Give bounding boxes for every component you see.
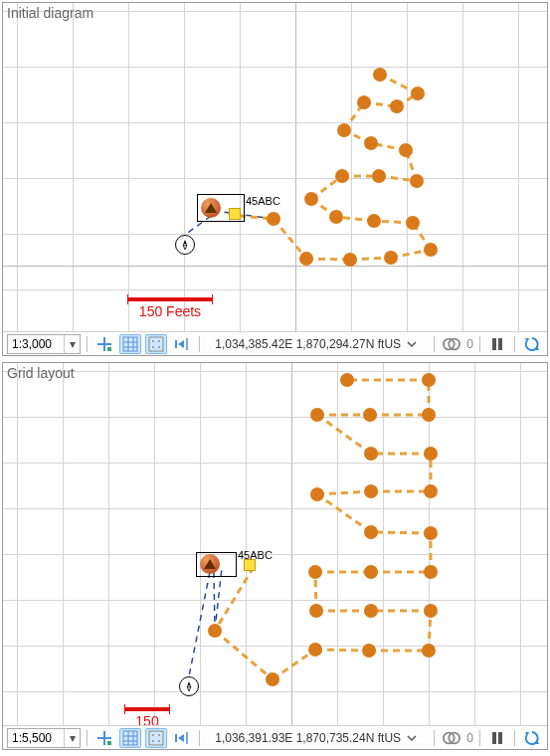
- chevron-down-icon[interactable]: ▾: [64, 729, 80, 747]
- coords-menu-button[interactable]: [405, 731, 419, 745]
- dynamic-constraints-button[interactable]: [119, 728, 141, 748]
- compass-icon[interactable]: [179, 676, 199, 696]
- separator: [479, 730, 480, 746]
- network-node[interactable]: [335, 169, 349, 183]
- network-node[interactable]: [364, 565, 378, 579]
- network-node[interactable]: [364, 136, 378, 150]
- scale-input[interactable]: [8, 336, 64, 352]
- grid-button[interactable]: [145, 728, 167, 748]
- network-node[interactable]: [411, 87, 425, 100]
- svg-point-74: [158, 740, 160, 742]
- grid-button[interactable]: [145, 334, 167, 354]
- network-node[interactable]: [340, 373, 354, 387]
- svg-line-40: [215, 631, 273, 679]
- chevron-down-icon[interactable]: ▾: [64, 335, 80, 353]
- svg-rect-21: [123, 337, 137, 351]
- network-node[interactable]: [373, 68, 387, 82]
- network-node[interactable]: [406, 216, 420, 230]
- network-node[interactable]: [208, 624, 222, 638]
- network-node[interactable]: [422, 373, 436, 387]
- network-node[interactable]: [399, 143, 413, 157]
- network-node[interactable]: [337, 123, 351, 137]
- network-node[interactable]: [424, 447, 438, 461]
- selection-count-icon[interactable]: [441, 728, 462, 748]
- dynamic-constraints-button[interactable]: [119, 334, 141, 354]
- feature-label: 45ABC: [246, 195, 280, 207]
- network-node[interactable]: [384, 251, 398, 265]
- separator: [479, 336, 480, 352]
- status-bar: ▾1,034,385.42E 1,870,294.27N ftUS0: [3, 331, 547, 355]
- compass-icon[interactable]: [175, 235, 195, 255]
- svg-marker-76: [178, 734, 184, 742]
- network-node[interactable]: [364, 604, 378, 618]
- network-node[interactable]: [343, 253, 357, 267]
- network-node[interactable]: [266, 672, 279, 686]
- network-node[interactable]: [424, 604, 438, 618]
- correction-button[interactable]: [171, 728, 193, 748]
- network-node[interactable]: [424, 243, 438, 257]
- status-bar: ▾1,036,391.93E 1,870,735.24N ftUS0: [3, 725, 547, 749]
- network-node[interactable]: [364, 525, 378, 539]
- scale-combo[interactable]: ▾: [7, 728, 81, 748]
- scale-bar-label: 150 Feets: [127, 303, 213, 319]
- snapping-button[interactable]: [93, 728, 115, 748]
- transformer-icon[interactable]: [200, 554, 220, 574]
- refresh-button[interactable]: [521, 728, 543, 748]
- network-node[interactable]: [424, 526, 438, 540]
- svg-line-52: [317, 494, 371, 532]
- network-node[interactable]: [364, 484, 378, 498]
- network-node[interactable]: [363, 408, 377, 422]
- network-node[interactable]: [308, 643, 322, 657]
- pause-drawing-button[interactable]: [486, 728, 508, 748]
- svg-rect-36: [492, 338, 496, 350]
- network-node[interactable]: [304, 192, 318, 206]
- network-node[interactable]: [329, 210, 343, 224]
- network-node[interactable]: [309, 604, 323, 618]
- selection-count: 0: [466, 731, 473, 745]
- network-node[interactable]: [364, 447, 378, 461]
- scale-input[interactable]: [8, 730, 64, 746]
- feature-label: 45ABC: [238, 549, 273, 561]
- network-node[interactable]: [422, 408, 436, 422]
- svg-rect-63: [97, 737, 111, 739]
- svg-rect-64: [107, 741, 111, 745]
- network-node[interactable]: [357, 95, 371, 109]
- snapping-button[interactable]: [93, 334, 115, 354]
- svg-rect-70: [149, 731, 163, 745]
- network-node[interactable]: [424, 565, 438, 579]
- svg-rect-19: [97, 343, 111, 345]
- transformer-icon[interactable]: [201, 198, 221, 218]
- separator: [514, 730, 515, 746]
- network-node[interactable]: [308, 565, 322, 579]
- map-canvas[interactable]: 45ABC150 Feets: [3, 363, 547, 725]
- network-node[interactable]: [410, 174, 424, 188]
- network-node[interactable]: [310, 487, 324, 501]
- coords-menu-button[interactable]: [405, 337, 419, 351]
- separator: [87, 730, 88, 746]
- scale-bar: 150 Feets: [127, 297, 213, 319]
- correction-button[interactable]: [171, 334, 193, 354]
- network-node[interactable]: [267, 212, 280, 226]
- network-node[interactable]: [422, 644, 436, 658]
- network-node[interactable]: [372, 169, 386, 183]
- svg-point-73: [152, 740, 154, 742]
- network-node[interactable]: [310, 408, 324, 422]
- network-node[interactable]: [362, 644, 376, 658]
- refresh-button[interactable]: [521, 334, 543, 354]
- svg-point-71: [152, 734, 154, 736]
- network-node[interactable]: [299, 252, 313, 266]
- selection-count-icon[interactable]: [441, 334, 462, 354]
- svg-marker-32: [178, 340, 184, 348]
- network-node[interactable]: [367, 214, 381, 228]
- network-node[interactable]: [424, 484, 438, 498]
- map-canvas[interactable]: 45ABC150 Feets: [3, 3, 547, 331]
- svg-point-28: [158, 340, 160, 342]
- svg-rect-65: [123, 731, 137, 745]
- network-node[interactable]: [390, 99, 404, 113]
- separator: [434, 336, 435, 352]
- scale-combo[interactable]: ▾: [7, 334, 81, 354]
- junction-icon[interactable]: [229, 208, 241, 220]
- separator: [199, 730, 200, 746]
- pause-drawing-button[interactable]: [486, 334, 508, 354]
- svg-rect-37: [498, 338, 502, 350]
